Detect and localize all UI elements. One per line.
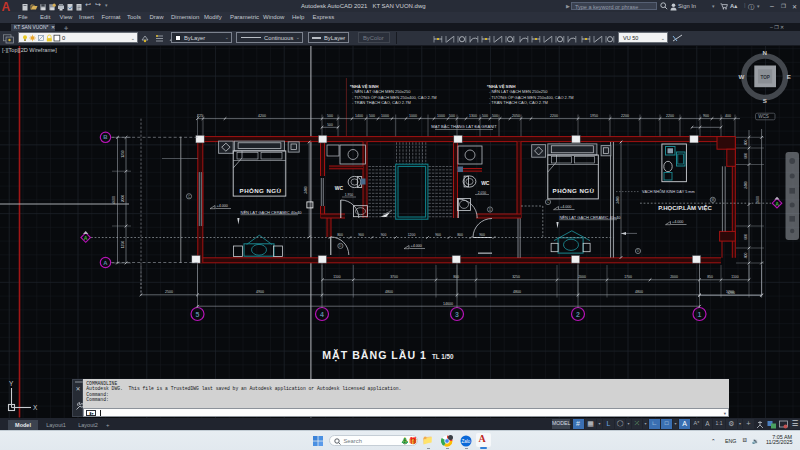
svg-text:900: 900 <box>479 233 485 237</box>
svg-text:900: 900 <box>703 114 709 118</box>
svg-text:+4.000: +4.000 <box>411 244 422 248</box>
svg-text:Y: Y <box>9 380 14 387</box>
svg-text:500: 500 <box>449 114 455 118</box>
svg-text:3: 3 <box>455 311 459 318</box>
svg-text:A: A <box>84 235 88 241</box>
svg-text:Zalo: Zalo <box>462 439 471 444</box>
svg-text:2.050: 2.050 <box>478 191 486 195</box>
svg-text:2050: 2050 <box>512 114 520 118</box>
svg-text:2400: 2400 <box>744 181 748 189</box>
svg-text:900: 900 <box>358 233 364 237</box>
svg-text:1200: 1200 <box>727 291 735 295</box>
svg-text:S: S <box>763 97 767 104</box>
svg-text:4600: 4600 <box>112 196 116 204</box>
svg-text:+4.000: +4.000 <box>560 205 571 209</box>
svg-text:1000: 1000 <box>409 114 417 118</box>
svg-text:1400: 1400 <box>355 114 363 118</box>
svg-text:600: 600 <box>744 234 748 240</box>
svg-text:2500: 2500 <box>165 290 173 294</box>
svg-text:4800: 4800 <box>513 290 521 294</box>
svg-text:2000: 2000 <box>670 275 678 279</box>
svg-text:2000: 2000 <box>121 195 125 203</box>
svg-text:800: 800 <box>453 275 459 279</box>
svg-text:1000: 1000 <box>381 114 389 118</box>
svg-text:5: 5 <box>196 311 200 318</box>
svg-text:1100: 1100 <box>333 275 340 279</box>
svg-text:E: E <box>787 73 791 80</box>
svg-text:14600: 14600 <box>443 302 453 306</box>
svg-text:2200: 2200 <box>666 114 674 118</box>
svg-text:+4.000: +4.000 <box>217 204 228 208</box>
svg-text:4900: 4900 <box>256 290 264 294</box>
svg-text:4800: 4800 <box>635 290 643 294</box>
svg-text:WCS: WCS <box>758 114 769 119</box>
svg-text:800: 800 <box>457 233 463 237</box>
svg-text:900: 900 <box>435 233 441 237</box>
svg-text:[-][Top][2D Wireframe]: [-][Top][2D Wireframe] <box>2 47 57 53</box>
svg-text:NỀN LÁT GẠCH CERAMIC 40x40: NỀN LÁT GẠCH CERAMIC 40x40 <box>241 210 303 215</box>
svg-text:500: 500 <box>369 114 375 118</box>
svg-text:400: 400 <box>744 140 748 146</box>
svg-text:A: A <box>2 1 11 12</box>
svg-text:2200: 2200 <box>621 114 629 118</box>
svg-text:1: 1 <box>698 311 702 318</box>
svg-text:X: X <box>33 404 38 411</box>
svg-text:3400: 3400 <box>304 186 308 194</box>
svg-text:MẶT BẬC THANG LÁT ĐÁ GRANIT: MẶT BẬC THANG LÁT ĐÁ GRANIT <box>431 124 497 129</box>
svg-text:- TRẦN THẠCH CAO, CAO 2.7M: - TRẦN THẠCH CAO, CAO 2.7M <box>352 100 411 105</box>
svg-text:A: A <box>775 201 779 207</box>
svg-text:500: 500 <box>482 114 488 118</box>
svg-text:400: 400 <box>725 114 731 118</box>
svg-text:2000: 2000 <box>578 275 586 279</box>
svg-text:1300: 1300 <box>469 114 477 118</box>
svg-text:1100: 1100 <box>731 275 738 279</box>
svg-text:400: 400 <box>744 253 748 259</box>
svg-text:1.950: 1.950 <box>345 193 353 197</box>
svg-text:4200: 4200 <box>258 114 266 118</box>
svg-text:1000: 1000 <box>437 114 445 118</box>
svg-text:500: 500 <box>327 114 333 118</box>
svg-text:900: 900 <box>381 233 387 237</box>
svg-text:WC: WC <box>335 185 344 191</box>
svg-text:PHÒNG NGỦ: PHÒNG NGỦ <box>553 187 595 194</box>
svg-text:+4.000: +4.000 <box>672 220 683 224</box>
svg-text:N: N <box>762 49 767 56</box>
svg-text:3700: 3700 <box>390 275 398 279</box>
svg-text:1350: 1350 <box>121 241 125 249</box>
svg-text:WC: WC <box>481 180 490 186</box>
svg-text:- TRẦN THẠCH CAO, CAO 2.7M: - TRẦN THẠCH CAO, CAO 2.7M <box>489 100 548 105</box>
svg-text:600: 600 <box>744 153 748 159</box>
svg-text:225: 225 <box>197 114 203 118</box>
svg-text:B: B <box>103 134 108 140</box>
svg-text:W: W <box>738 73 744 80</box>
svg-text:VÁCH NHÔM KÍNH DÀY 5 mm: VÁCH NHÔM KÍNH DÀY 5 mm <box>642 189 695 194</box>
svg-text:4800: 4800 <box>385 290 393 294</box>
svg-text:4: 4 <box>320 311 324 318</box>
svg-text:500: 500 <box>492 114 498 118</box>
svg-text:PHÒNG NGỦ: PHÒNG NGỦ <box>240 187 282 194</box>
svg-text:1200: 1200 <box>408 233 416 237</box>
svg-text:2200: 2200 <box>550 114 558 118</box>
svg-text:P.HỌC/P.LÀM VIỆC: P.HỌC/P.LÀM VIỆC <box>658 204 712 211</box>
svg-text:NỀN LÁT GẠCH CERAMIC 40x40: NỀN LÁT GẠCH CERAMIC 40x40 <box>559 215 621 220</box>
svg-text:1250: 1250 <box>121 150 125 158</box>
svg-text:TOP: TOP <box>761 75 770 80</box>
svg-text:4600: 4600 <box>756 196 760 204</box>
svg-text:MẶT BẰNG LẦU 1: MẶT BẰNG LẦU 1 <box>322 349 427 362</box>
svg-text:1950: 1950 <box>590 114 598 118</box>
svg-text:3400: 3400 <box>616 196 620 204</box>
svg-text:3250: 3250 <box>512 275 520 279</box>
svg-text:500: 500 <box>327 123 333 127</box>
svg-text:2: 2 <box>576 311 580 318</box>
svg-text:TL 1/50: TL 1/50 <box>432 353 454 360</box>
svg-text:A: A <box>103 260 108 266</box>
svg-text:1700: 1700 <box>624 275 632 279</box>
svg-text:800: 800 <box>337 233 343 237</box>
svg-text:850: 850 <box>707 275 713 279</box>
